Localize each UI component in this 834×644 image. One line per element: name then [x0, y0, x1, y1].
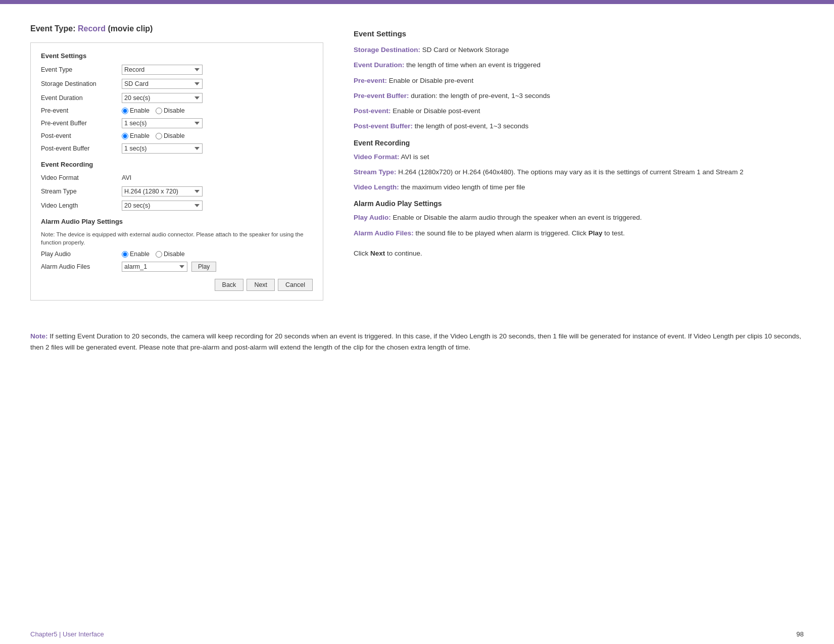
pre-event-buffer-info-label: Pre-event Buffer: — [354, 92, 409, 100]
stream-type-info-label: Stream Type: — [354, 168, 397, 176]
storage-dest-row: Storage Destination SD Card — [41, 79, 313, 89]
pre-event-info: Pre-event: Enable or Disable pre-event — [354, 76, 804, 86]
video-length-info-text: the maximum video length of time per fil… — [399, 183, 525, 191]
event-type-select[interactable]: Record — [122, 65, 203, 75]
play-audio-enable-option[interactable]: Enable — [122, 251, 150, 258]
pre-event-enable-radio[interactable] — [122, 108, 128, 114]
play-audio-enable-label: Enable — [130, 251, 150, 258]
event-type-row: Event Type Record — [41, 65, 313, 75]
play-audio-radio-group: Enable Disable — [122, 251, 185, 258]
video-length-label: Video Length — [41, 202, 122, 209]
form-section3-title: Alarm Audio Play Settings — [41, 218, 313, 225]
footer-chapter: Chapter5 | User Interface — [30, 630, 104, 638]
video-format-label: Video Format — [41, 174, 122, 181]
post-event-disable-label: Disable — [164, 132, 185, 139]
alarm-audio-files-label: Alarm Audio Files — [41, 263, 122, 270]
event-duration-row: Event Duration 20 sec(s) — [41, 93, 313, 103]
right-panel-heading: Event Settings — [354, 29, 804, 38]
video-length-select[interactable]: 20 sec(s) — [122, 201, 203, 211]
footer-page: 98 — [797, 630, 804, 638]
pre-event-disable-option[interactable]: Disable — [156, 107, 185, 114]
click-next-info: Click Next to continue. — [354, 249, 804, 259]
alarm-audio-files-row: Alarm Audio Files alarm_1 Play — [41, 262, 313, 272]
record-highlight: Record — [78, 24, 106, 33]
post-event-row: Post-event Enable Disable — [41, 132, 313, 139]
form-section1-title: Event Settings — [41, 52, 313, 60]
play-audio-enable-radio[interactable] — [122, 251, 128, 258]
stream-type-info: Stream Type: H.264 (1280x720) or H.264 (… — [354, 167, 804, 177]
event-recording-subheading: Event Recording — [354, 139, 804, 147]
event-duration-info-label: Event Duration: — [354, 61, 405, 69]
video-format-info-label: Video Format: — [354, 153, 400, 161]
bottom-note-text: If setting Event Duration to 20 seconds,… — [30, 332, 801, 351]
stream-type-info-text: H.264 (1280x720) or H.264 (640x480). The… — [397, 168, 744, 176]
event-settings-form: Event Settings Event Type Record Storage… — [30, 42, 323, 301]
play-audio-info-text: Enable or Disable the alarm audio throug… — [391, 214, 642, 221]
alarm-audio-files-info: Alarm Audio Files: the sound file to be … — [354, 228, 804, 238]
post-event-disable-option[interactable]: Disable — [156, 132, 185, 139]
page-title-suffix: (movie clip) — [106, 24, 153, 33]
bottom-note-label: Note: — [30, 332, 48, 340]
play-audio-disable-radio[interactable] — [156, 251, 162, 258]
storage-dest-info-text: SD Card or Network Storage — [420, 46, 509, 54]
play-audio-info: Play Audio: Enable or Disable the alarm … — [354, 213, 804, 223]
alarm-audio-files-info-label: Alarm Audio Files: — [354, 229, 414, 237]
event-duration-select[interactable]: 20 sec(s) — [122, 93, 203, 103]
back-button[interactable]: Back — [215, 279, 244, 291]
video-format-info: Video Format: AVI is set — [354, 152, 804, 162]
click-next-prefix: Click — [354, 250, 370, 257]
stream-type-row: Stream Type H.264 (1280 x 720) — [41, 186, 313, 196]
play-audio-label: Play Audio — [41, 251, 122, 258]
post-event-info-label: Post-event: — [354, 107, 391, 115]
event-duration-info-text: the length of time when an event is trig… — [405, 61, 541, 69]
pre-event-buffer-info: Pre-event Buffer: duration: the length o… — [354, 91, 804, 101]
page-title: Event Type: Record (movie clip) — [30, 24, 323, 33]
play-audio-disable-option[interactable]: Disable — [156, 251, 185, 258]
pre-event-enable-label: Enable — [130, 107, 150, 114]
video-length-row: Video Length 20 sec(s) — [41, 201, 313, 211]
post-event-info-text: Enable or Disable post-event — [391, 107, 480, 115]
alarm-audio-files-select[interactable]: alarm_1 — [122, 262, 187, 272]
alarm-note: Note: The device is equipped with extern… — [41, 230, 313, 246]
post-event-buffer-select[interactable]: 1 sec(s) — [122, 143, 203, 154]
event-duration-info: Event Duration: the length of time when … — [354, 60, 804, 70]
pre-event-info-label: Pre-event: — [354, 77, 387, 84]
click-next-suffix: to continue. — [385, 250, 422, 257]
cancel-button[interactable]: Cancel — [278, 279, 313, 291]
alarm-audio-files-info-text: the sound file to be played when alarm i… — [414, 229, 588, 237]
video-format-row: Video Format AVI — [41, 173, 313, 182]
post-event-buffer-info-text: the length of post-event, 1~3 seconds — [413, 122, 528, 130]
video-format-value: AVI — [122, 173, 131, 182]
post-event-info: Post-event: Enable or Disable post-event — [354, 106, 804, 116]
pre-event-disable-radio[interactable] — [156, 108, 162, 114]
post-event-buffer-label: Post-event Buffer — [41, 145, 122, 152]
storage-dest-select[interactable]: SD Card — [122, 79, 203, 89]
post-event-enable-option[interactable]: Enable — [122, 132, 150, 139]
stream-type-select[interactable]: H.264 (1280 x 720) — [122, 186, 203, 196]
video-length-info-label: Video Length: — [354, 183, 399, 191]
post-event-enable-radio[interactable] — [122, 133, 128, 139]
form-section2-title: Event Recording — [41, 161, 313, 168]
play-audio-disable-label: Disable — [164, 251, 185, 258]
stream-type-label: Stream Type — [41, 188, 122, 195]
play-audio-button[interactable]: Play — [191, 262, 216, 272]
pre-event-row: Pre-event Enable Disable — [41, 107, 313, 114]
next-button[interactable]: Next — [247, 279, 275, 291]
pre-event-label: Pre-event — [41, 107, 122, 114]
pre-event-enable-option[interactable]: Enable — [122, 107, 150, 114]
pre-event-radio-group: Enable Disable — [122, 107, 185, 114]
post-event-buffer-info-label: Post-event Buffer: — [354, 122, 413, 130]
alarm-subheading: Alarm Audio Play Settings — [354, 200, 804, 208]
play-audio-info-label: Play Audio: — [354, 214, 391, 221]
form-button-row: Back Next Cancel — [41, 279, 313, 291]
storage-dest-info: Storage Destination: SD Card or Network … — [354, 45, 804, 55]
post-event-disable-radio[interactable] — [156, 133, 162, 139]
pre-event-buffer-info-text: duration: the length of pre-event, 1~3 s… — [409, 92, 551, 100]
storage-dest-info-label: Storage Destination: — [354, 46, 420, 54]
left-panel: Event Type: Record (movie clip) Event Se… — [30, 24, 323, 301]
video-format-info-text: AVI is set — [400, 153, 429, 161]
alarm-play-link: Play — [588, 229, 603, 237]
pre-event-info-text: Enable or Disable pre-event — [387, 77, 473, 84]
storage-dest-label: Storage Destination — [41, 80, 122, 87]
pre-event-buffer-select[interactable]: 1 sec(s) — [122, 118, 203, 128]
